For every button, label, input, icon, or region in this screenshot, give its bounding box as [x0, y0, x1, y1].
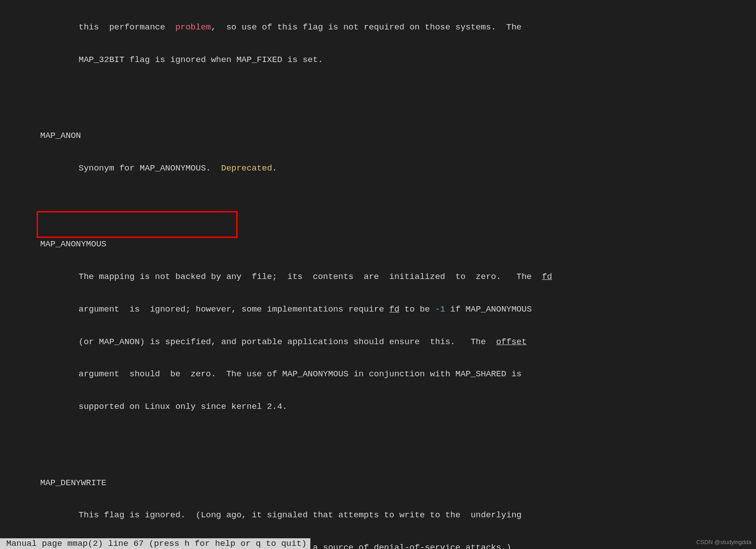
arg-offset: offset [496, 337, 526, 347]
flag-header-map-denywrite: MAP_DENYWRITE [0, 478, 756, 488]
watermark: CSDN @studyingdda [696, 539, 752, 546]
flag-header-map-anon: MAP_ANON [0, 130, 756, 141]
arg-fd: fd [542, 272, 552, 282]
hl-problem: problem [175, 22, 211, 32]
text-line: argument is ignored; however, some imple… [0, 304, 756, 315]
text-line: The mapping is not backed by any file; i… [0, 271, 756, 282]
arg-fd: fd [389, 304, 400, 314]
text-line: MAP_32BIT flag is ignored when MAP_FIXED… [0, 54, 756, 65]
literal-neg1: -1 [435, 304, 445, 314]
text-line: supported on Linux only since kernel 2.4… [0, 401, 756, 412]
less-status-bar: Manual page mmap(2) line 67 (press h for… [0, 538, 310, 549]
text-line: argument should be zero. The use of MAP_… [0, 369, 756, 379]
text-line: Synonym for MAP_ANONYMOUS. Deprecated. [0, 163, 756, 174]
text-line: (or MAP_ANON) is specified, and portable… [0, 337, 756, 347]
text-line: This flag is ignored. (Long ago, it sign… [0, 510, 756, 520]
hl-deprecated: Deprecated [221, 163, 272, 173]
man-page-content[interactable]: this performance problem, so use of this… [0, 0, 756, 549]
flag-header-map-anonymous: MAP_ANONYMOUS [0, 239, 756, 250]
text-line: this performance problem, so use of this… [0, 22, 756, 33]
